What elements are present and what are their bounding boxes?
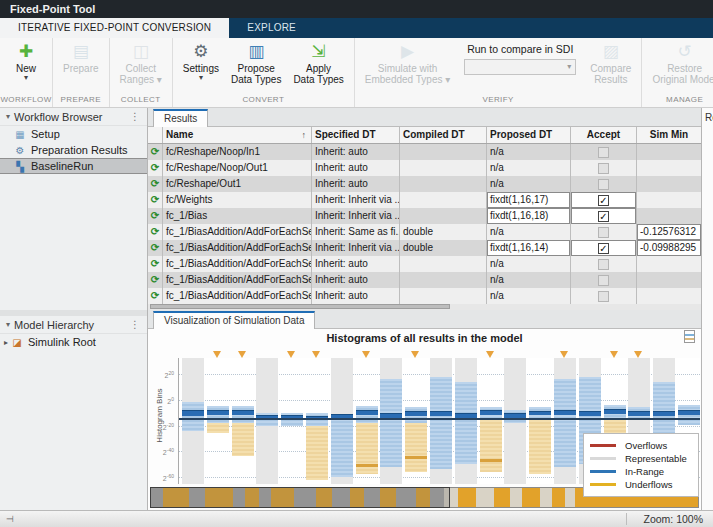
table-row[interactable]: ⟳fc_1/BiasAddition/AddForEachSe...Inheri… bbox=[148, 224, 701, 240]
band-lb bbox=[554, 379, 576, 467]
histogram-column[interactable] bbox=[529, 358, 551, 484]
collapse-left-icon[interactable]: ⊣ bbox=[6, 511, 14, 527]
histogram-column[interactable] bbox=[430, 358, 452, 484]
legend-line-sample bbox=[590, 457, 616, 460]
compare-runs-icon: ⟳ bbox=[151, 226, 159, 237]
kebab-menu-icon[interactable]: ⋮ bbox=[127, 319, 143, 330]
toolbar-section-label: COLLECT bbox=[110, 94, 172, 107]
table-row[interactable]: ⟳fc_1/BiasAddition/AddForEachSe...Inheri… bbox=[148, 240, 701, 256]
cell-specified-dt: Inherit: Inherit via ... bbox=[312, 192, 400, 208]
table-row[interactable]: ⟳fc_1/BiasAddition/AddForEachSe...Inheri… bbox=[148, 272, 701, 288]
scrollbar-thumb[interactable] bbox=[150, 304, 450, 309]
sidebar-item-preparation-results[interactable]: ⚙Preparation Results bbox=[0, 142, 147, 158]
sidebar-item-baseline-run[interactable]: ▚BaselineRun bbox=[0, 158, 147, 174]
cell-name: fc_1/BiasAddition/AddForEachSe... bbox=[163, 256, 312, 272]
tab-explore[interactable]: EXPLORE bbox=[229, 18, 314, 38]
overflow-marker-icon bbox=[610, 351, 618, 358]
cell-specified-dt: Inherit: Inherit via ... bbox=[312, 240, 400, 256]
sidebar: ▾ Workflow Browser ⋮ ▦Setup⚙Preparation … bbox=[0, 108, 148, 510]
accept-checkbox[interactable]: ✓ bbox=[598, 243, 609, 254]
settings-button[interactable]: ⚙Settings▾ bbox=[177, 40, 225, 94]
apply-data-types-button[interactable]: ⇲Apply Data Types bbox=[287, 40, 349, 94]
cell-proposed-dt[interactable]: fixdt(1,16,18) bbox=[487, 208, 571, 224]
histogram-column[interactable] bbox=[554, 358, 576, 484]
column-header-Accept[interactable]: Accept bbox=[571, 127, 637, 143]
sidebar-item-simulink-root[interactable]: ▸ ◪ Simulink Root bbox=[0, 334, 147, 350]
column-header-Sim Min[interactable]: Sim Min bbox=[637, 127, 701, 143]
navigator-segment bbox=[510, 488, 522, 507]
column-header-label: Sim Min bbox=[650, 129, 688, 140]
histogram-column[interactable] bbox=[455, 358, 477, 484]
model-hierarchy-panel: ▾ Model Hierarchy ⋮ ▸ ◪ Simulink Root bbox=[0, 310, 147, 350]
overflow-marker-icon bbox=[486, 351, 494, 358]
prepare-label: Prepare bbox=[63, 63, 99, 74]
histogram-column[interactable] bbox=[356, 358, 378, 484]
column-header-Name[interactable]: Name↑ bbox=[163, 127, 312, 143]
table-row[interactable]: ⟳fc/Reshape/Out1Inherit: auton/a bbox=[148, 176, 701, 192]
accept-checkbox[interactable]: ✓ bbox=[598, 211, 609, 222]
histogram-column[interactable] bbox=[232, 358, 254, 484]
accept-checkbox bbox=[598, 147, 609, 158]
cell-specified-dt: Inherit: auto bbox=[312, 256, 400, 272]
cell-name: fc/Weights bbox=[163, 192, 312, 208]
band-dk bbox=[678, 410, 700, 415]
table-row[interactable]: ⟳fc/Reshape/Noop/In1Inherit: auton/a bbox=[148, 144, 701, 160]
histogram-column[interactable] bbox=[504, 358, 526, 484]
band-or bbox=[405, 423, 427, 472]
cell-proposed-dt: n/a bbox=[487, 256, 571, 272]
tab-results[interactable]: Results bbox=[153, 109, 208, 127]
column-header-Compiled DT[interactable]: Compiled DT bbox=[400, 127, 487, 143]
run-to-compare-sdi-combobox[interactable]: ▾ bbox=[464, 59, 576, 75]
column-header-icon[interactable] bbox=[148, 127, 163, 143]
propose-data-types-button[interactable]: ▥Propose Data Types bbox=[225, 40, 287, 94]
result-details-panel-clipped[interactable]: Re bbox=[701, 108, 713, 510]
tab-visualization-of-simulation-data[interactable]: Visualization of Simulation Data bbox=[153, 311, 315, 329]
accept-checkbox[interactable]: ✓ bbox=[598, 195, 609, 206]
table-row[interactable]: ⟳fc_1/BiasAddition/AddForEachSe...Inheri… bbox=[148, 256, 701, 272]
histogram-column[interactable] bbox=[207, 358, 229, 484]
column-header-Proposed DT[interactable]: Proposed DT bbox=[487, 127, 571, 143]
collect-icon: ◫ bbox=[133, 43, 149, 63]
cell-proposed-dt[interactable]: fixdt(1,16,17) bbox=[487, 192, 571, 208]
baseline-run-icon: ▚ bbox=[14, 161, 26, 172]
overflow-marker-icon bbox=[411, 351, 419, 358]
histogram-column[interactable] bbox=[380, 358, 402, 484]
band-dk bbox=[430, 411, 452, 416]
tab-iterative-fixed-point-conversion[interactable]: ITERATIVE FIXED-POINT CONVERSION bbox=[0, 18, 229, 38]
column-header-Specified DT[interactable]: Specified DT bbox=[312, 127, 400, 143]
model-hierarchy-header[interactable]: ▾ Model Hierarchy ⋮ bbox=[0, 316, 147, 334]
sort-ascending-icon: ↑ bbox=[302, 127, 307, 143]
histogram-column[interactable] bbox=[281, 358, 303, 484]
cell-proposed-dt[interactable]: fixdt(1,16,14) bbox=[487, 240, 571, 256]
workflow-browser-header[interactable]: ▾ Workflow Browser ⋮ bbox=[0, 108, 147, 126]
chevron-right-icon[interactable]: ▸ bbox=[4, 338, 8, 347]
histogram-column[interactable] bbox=[480, 358, 502, 484]
histogram-column[interactable] bbox=[306, 358, 328, 484]
cell-name: fc/Reshape/Out1 bbox=[163, 176, 312, 192]
table-row[interactable]: ⟳fc_1/BiasAddition/AddForEachSe...Inheri… bbox=[148, 288, 701, 304]
chart-legend-icon[interactable] bbox=[684, 330, 695, 343]
main-pane: Results Name↑Specified DTCompiled DTProp… bbox=[148, 108, 701, 510]
compare-runs-icon: ⟳ bbox=[151, 290, 159, 301]
chevron-down-icon: ▾ bbox=[6, 320, 10, 329]
cell-name: fc/Reshape/Noop/In1 bbox=[163, 144, 312, 160]
simulate-with-embedded-types-label: Simulate with Embedded Types ▾ bbox=[365, 63, 450, 85]
kebab-menu-icon[interactable]: ⋮ bbox=[127, 111, 143, 122]
cell-proposed-dt: n/a bbox=[487, 224, 571, 240]
histogram-column[interactable] bbox=[256, 358, 278, 484]
toolbar-section-workflow: ✚New▾WORKFLOW bbox=[0, 38, 53, 107]
toolbar-section-label: MANAGE bbox=[642, 94, 713, 107]
cell-accept bbox=[571, 144, 637, 160]
band-lb bbox=[331, 419, 353, 477]
histogram-column[interactable] bbox=[331, 358, 353, 484]
new-button[interactable]: ✚New▾ bbox=[4, 40, 48, 94]
band-or bbox=[529, 420, 551, 474]
navigator-viewport[interactable] bbox=[150, 487, 450, 508]
histogram-column[interactable] bbox=[405, 358, 427, 484]
sidebar-item-setup[interactable]: ▦Setup bbox=[0, 126, 147, 142]
histogram-column[interactable] bbox=[182, 358, 204, 484]
navigator-segment bbox=[458, 488, 476, 507]
table-row[interactable]: ⟳fc/WeightsInherit: Inherit via ...fixdt… bbox=[148, 192, 701, 208]
table-row[interactable]: ⟳fc_1/BiasInherit: Inherit via ...fixdt(… bbox=[148, 208, 701, 224]
table-row[interactable]: ⟳fc/Reshape/Noop/Out1Inherit: auton/a bbox=[148, 160, 701, 176]
